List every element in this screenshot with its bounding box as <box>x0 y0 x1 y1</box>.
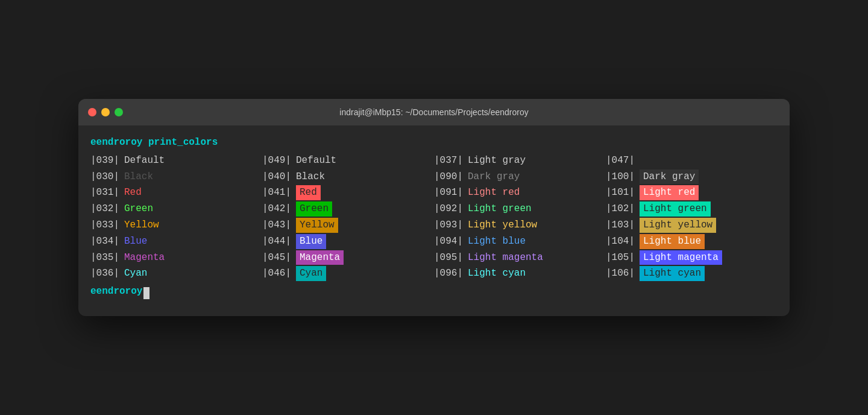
color-label: Black <box>124 169 153 185</box>
color-code: |093| <box>434 218 468 233</box>
color-label: Yellow <box>296 218 338 233</box>
minimize-button[interactable] <box>101 108 110 116</box>
color-label: Magenta <box>296 250 344 265</box>
color-code: |032| <box>90 201 124 217</box>
color-label: Cyan <box>124 266 147 281</box>
table-row: |102|Light green <box>606 201 778 217</box>
table-row: |042|Green <box>262 201 434 217</box>
color-code: |095| <box>434 250 468 265</box>
column-1: |049|Default|040|Black|041|Red|042|Green… <box>262 153 434 282</box>
column-0: |039|Default|030|Black|031|Red|032|Green… <box>90 153 262 282</box>
close-button[interactable] <box>88 108 96 116</box>
window-title: indrajit@iMbp15: ~/Documents/Projects/ee… <box>339 107 528 117</box>
color-label: Light cyan <box>468 266 526 281</box>
color-table: |039|Default|030|Black|031|Red|032|Green… <box>90 153 778 282</box>
maximize-button[interactable] <box>115 108 123 116</box>
color-label: Default <box>296 153 336 168</box>
prompt-label: eendroroy <box>90 284 142 299</box>
table-row: |090|Dark gray <box>434 169 606 185</box>
terminal-body[interactable]: eendroroy print_colors |039|Default|030|… <box>78 125 790 316</box>
prompt-line: eendroroy <box>90 284 778 302</box>
color-label: Cyan <box>296 266 326 281</box>
table-row: |104|Light blue <box>606 233 778 250</box>
table-row: |105|Light magenta <box>606 250 778 266</box>
color-label: Light red <box>468 185 520 200</box>
table-row: |106|Light cyan <box>606 265 778 282</box>
color-label: Dark gray <box>468 169 520 185</box>
color-label: Dark gray <box>640 169 699 185</box>
table-row: |100|Dark gray <box>606 169 778 185</box>
terminal-window: indrajit@iMbp15: ~/Documents/Projects/ee… <box>78 99 790 316</box>
color-label: Light magenta <box>640 250 722 265</box>
table-row: |094|Light blue <box>434 233 606 250</box>
table-row: |036|Cyan <box>90 265 262 282</box>
table-row: |030|Black <box>90 169 262 185</box>
color-label: Green <box>124 201 153 217</box>
color-code: |031| <box>90 185 124 200</box>
prompt-command: eendroroy print_colors <box>90 135 778 150</box>
color-code: |041| <box>262 185 296 200</box>
table-row: |034|Blue <box>90 233 262 250</box>
table-row: |033|Yellow <box>90 217 262 233</box>
color-code: |042| <box>262 201 296 217</box>
color-code: |094| <box>434 234 468 249</box>
color-label: Red <box>296 185 321 200</box>
table-row: |044|Blue <box>262 233 434 250</box>
color-code: |106| <box>606 266 640 281</box>
color-code: |105| <box>606 250 640 265</box>
color-code: |033| <box>90 218 124 233</box>
table-row: |101|Light red <box>606 185 778 201</box>
color-label: Light yellow <box>468 218 537 233</box>
color-label: Yellow <box>124 218 159 233</box>
table-row: |041|Red <box>262 185 434 201</box>
color-code: |096| <box>434 266 468 281</box>
color-code: |040| <box>262 169 296 185</box>
table-row: |045|Magenta <box>262 250 434 266</box>
table-row: |043|Yellow <box>262 217 434 233</box>
table-row: |091|Light red <box>434 185 606 201</box>
color-label: Light red <box>640 185 699 200</box>
table-row: |096|Light cyan <box>434 265 606 282</box>
color-label: Light green <box>468 201 532 217</box>
color-code: |104| <box>606 234 640 249</box>
color-label: Green <box>296 201 332 217</box>
color-label: Light green <box>640 201 711 217</box>
color-label: Blue <box>296 234 326 249</box>
color-code: |100| <box>606 169 640 185</box>
color-label: Light magenta <box>468 250 543 265</box>
color-label: Light blue <box>468 234 526 249</box>
color-code: |044| <box>262 234 296 249</box>
color-code: |103| <box>606 218 640 233</box>
color-code: |049| <box>262 153 296 168</box>
table-row: |046|Cyan <box>262 265 434 282</box>
table-row: |049|Default <box>262 153 434 169</box>
color-code: |102| <box>606 201 640 217</box>
color-label: Light cyan <box>640 266 705 281</box>
color-code: |043| <box>262 218 296 233</box>
color-label: Light gray <box>468 153 526 168</box>
table-row: |093|Light yellow <box>434 217 606 233</box>
color-code: |047| <box>606 153 640 168</box>
color-code: |092| <box>434 201 468 217</box>
table-row: |047| <box>606 153 778 169</box>
color-code: |091| <box>434 185 468 200</box>
color-code: |035| <box>90 250 124 265</box>
color-label: Light blue <box>640 234 705 249</box>
color-label: Magenta <box>124 250 165 265</box>
color-code: |034| <box>90 234 124 249</box>
color-code: |046| <box>262 266 296 281</box>
table-row: |040|Black <box>262 169 434 185</box>
color-label: Default <box>124 153 165 168</box>
color-code: |045| <box>262 250 296 265</box>
table-row: |092|Light green <box>434 201 606 217</box>
color-code: |090| <box>434 169 468 185</box>
table-row: |035|Magenta <box>90 250 262 266</box>
table-row: |031|Red <box>90 185 262 201</box>
color-code: |037| <box>434 153 468 168</box>
table-row: |032|Green <box>90 201 262 217</box>
table-row: |039|Default <box>90 153 262 169</box>
table-row: |103|Light yellow <box>606 217 778 233</box>
column-2: |037|Light gray|090|Dark gray|091|Light … <box>434 153 606 282</box>
color-label: Red <box>124 185 142 200</box>
table-row: |095|Light magenta <box>434 250 606 266</box>
